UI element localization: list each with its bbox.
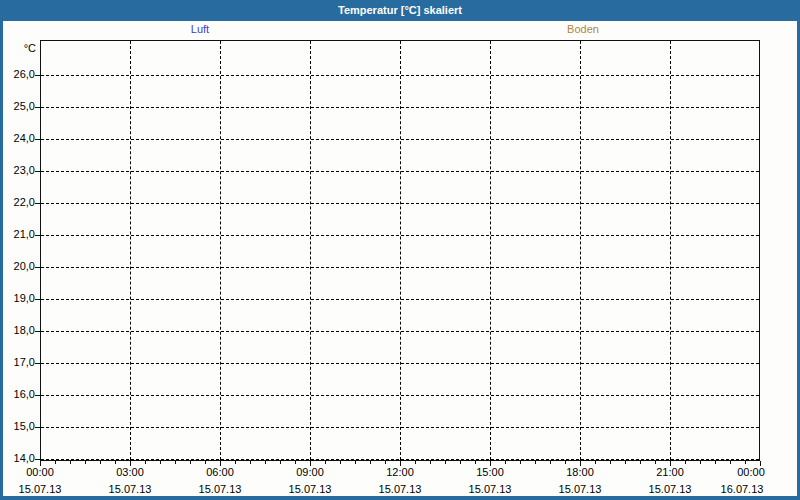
- y-axis-tick: [35, 171, 40, 172]
- x-axis-minor-tick: [355, 461, 356, 464]
- x-axis-minor-tick: [475, 461, 476, 464]
- y-tick-label: 21,0: [0, 228, 35, 241]
- x-gridline: [670, 41, 671, 460]
- x-tick-date-label: 15.07.13: [379, 483, 422, 495]
- x-axis-minor-tick: [85, 461, 86, 464]
- x-gridline: [130, 41, 131, 460]
- x-gridline: [310, 41, 311, 460]
- x-tick-date-label: 15.07.13: [289, 483, 332, 495]
- y-axis-tick: [35, 203, 40, 204]
- x-axis-minor-tick: [535, 461, 536, 464]
- y-tick-label: 15,0: [0, 420, 35, 433]
- x-tick-date-label: 15.07.13: [469, 483, 512, 495]
- y-tick-label: 18,0: [0, 324, 35, 337]
- x-axis-minor-tick: [745, 461, 746, 464]
- y-axis-tick: [35, 75, 40, 76]
- x-axis-minor-tick: [235, 461, 236, 464]
- x-axis-minor-tick: [160, 461, 161, 464]
- x-axis-minor-tick: [205, 461, 206, 464]
- y-axis-tick: [35, 459, 40, 460]
- x-gridline: [580, 41, 581, 460]
- x-axis-minor-tick: [595, 461, 596, 464]
- x-axis-minor-tick: [655, 461, 656, 464]
- x-axis-minor-tick: [295, 461, 296, 464]
- x-gridline: [490, 41, 491, 460]
- y-tick-label: 23,0: [0, 164, 35, 177]
- x-axis-minor-tick: [625, 461, 626, 464]
- x-axis-minor-tick: [265, 461, 266, 464]
- y-axis-tick: [35, 395, 40, 396]
- y-tick-label: 14,0: [0, 452, 35, 465]
- y-tick-label: 19,0: [0, 292, 35, 305]
- x-axis-minor-tick: [175, 461, 176, 464]
- y-axis-tick: [35, 427, 40, 428]
- x-axis-minor-tick: [430, 461, 431, 464]
- y-tick-label: 16,0: [0, 388, 35, 401]
- x-tick-date-label: 16.07.13: [721, 483, 764, 495]
- x-axis-minor-tick: [340, 461, 341, 464]
- x-gridline: [220, 41, 221, 460]
- chart-window: Temperatur [°C] skaliert Luft Boden °C 2…: [0, 0, 800, 500]
- x-axis-minor-tick: [715, 461, 716, 464]
- x-axis-minor-tick: [280, 461, 281, 464]
- y-tick-label: 17,0: [0, 356, 35, 369]
- x-axis-minor-tick: [730, 461, 731, 464]
- y-axis-tick: [35, 267, 40, 268]
- y-axis-tick: [35, 139, 40, 140]
- x-tick-time-label: 18:00: [566, 466, 594, 478]
- x-tick-date-label: 15.07.13: [559, 483, 602, 495]
- x-axis-minor-tick: [550, 461, 551, 464]
- x-axis-minor-tick: [325, 461, 326, 464]
- x-tick-date-label: 15.07.13: [109, 483, 152, 495]
- x-tick-time-label: 00:00: [26, 466, 54, 478]
- x-axis-minor-tick: [685, 461, 686, 464]
- x-tick-time-label: 15:00: [476, 466, 504, 478]
- x-axis-minor-tick: [250, 461, 251, 464]
- y-axis-unit-label: °C: [0, 42, 36, 54]
- y-tick-label: 24,0: [0, 132, 35, 145]
- x-tick-time-label: 12:00: [386, 466, 414, 478]
- x-tick-date-label: 15.07.13: [19, 483, 62, 495]
- x-tick-time-label: 03:00: [116, 466, 144, 478]
- x-axis-minor-tick: [445, 461, 446, 464]
- x-axis-minor-tick: [145, 461, 146, 464]
- y-axis-tick: [35, 363, 40, 364]
- x-axis-minor-tick: [415, 461, 416, 464]
- x-axis-minor-tick: [460, 461, 461, 464]
- y-axis-tick: [35, 107, 40, 108]
- x-axis-minor-tick: [700, 461, 701, 464]
- x-axis-minor-tick: [190, 461, 191, 464]
- y-axis-tick: [35, 331, 40, 332]
- x-axis-minor-tick: [115, 461, 116, 464]
- window-border-bottom: [0, 496, 800, 500]
- window-border-left: [0, 21, 3, 500]
- x-axis-minor-tick: [55, 461, 56, 464]
- y-tick-label: 25,0: [0, 100, 35, 113]
- x-axis-minor-tick: [70, 461, 71, 464]
- x-axis-minor-tick: [610, 461, 611, 464]
- x-tick-time-label: 06:00: [206, 466, 234, 478]
- legend-item-boden: Boden: [553, 23, 613, 36]
- x-axis-minor-tick: [520, 461, 521, 464]
- y-tick-label: 20,0: [0, 260, 35, 273]
- x-axis-minor-tick: [385, 461, 386, 464]
- y-tick-label: 22,0: [0, 196, 35, 209]
- y-axis-tick: [35, 299, 40, 300]
- x-axis-minor-tick: [565, 461, 566, 464]
- x-axis-minor-tick: [640, 461, 641, 464]
- x-axis-minor-tick: [505, 461, 506, 464]
- y-tick-label: 26,0: [0, 68, 35, 81]
- x-tick-time-label: 21:00: [656, 466, 684, 478]
- x-axis-minor-tick: [100, 461, 101, 464]
- x-tick-time-label: 00:00: [737, 466, 765, 478]
- x-gridline: [400, 41, 401, 460]
- title-bar[interactable]: Temperatur [°C] skaliert: [0, 0, 800, 21]
- x-axis-minor-tick: [370, 461, 371, 464]
- x-tick-time-label: 09:00: [296, 466, 324, 478]
- x-tick-date-label: 15.07.13: [199, 483, 242, 495]
- x-tick-date-label: 15.07.13: [649, 483, 692, 495]
- y-axis-tick: [35, 235, 40, 236]
- window-title: Temperatur [°C] skaliert: [338, 4, 462, 16]
- legend-item-luft: Luft: [170, 23, 230, 36]
